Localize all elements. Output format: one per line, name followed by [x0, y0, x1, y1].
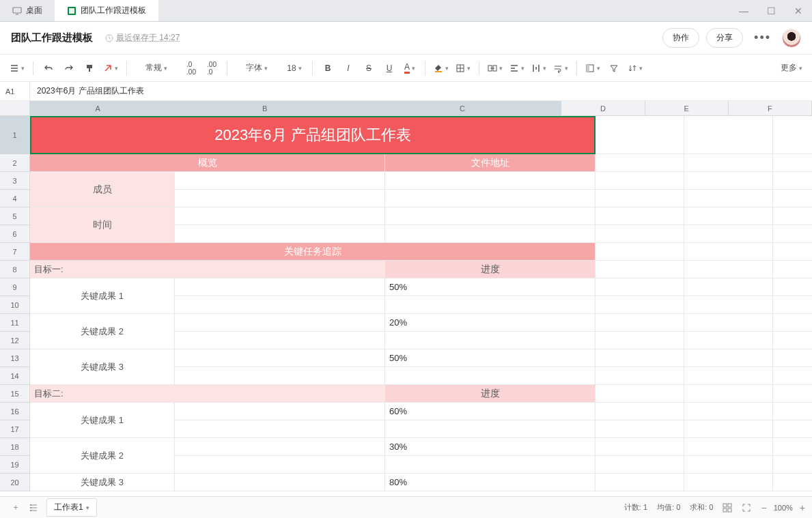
cell[interactable]: [175, 225, 385, 243]
row-header-16[interactable]: 16: [0, 403, 30, 420]
cell[interactable]: [175, 207, 385, 225]
row-header-8[interactable]: 8: [0, 261, 30, 278]
cell[interactable]: [175, 332, 385, 349]
cell[interactable]: [385, 207, 596, 225]
cell[interactable]: [596, 367, 684, 385]
row-header-3[interactable]: 3: [0, 172, 30, 190]
row-header-2[interactable]: 2: [0, 154, 30, 172]
row-header-11[interactable]: 11: [0, 314, 30, 332]
cell[interactable]: [596, 403, 684, 420]
cell[interactable]: [385, 172, 596, 190]
cell[interactable]: [596, 420, 684, 438]
italic-button[interactable]: I: [339, 59, 358, 78]
row-header-9[interactable]: 9: [0, 278, 30, 296]
cell[interactable]: 文件地址: [385, 154, 596, 172]
strikethrough-button[interactable]: S: [359, 59, 378, 78]
cell[interactable]: [684, 154, 773, 172]
merge-cells-button[interactable]: [485, 59, 505, 78]
cell[interactable]: [684, 278, 773, 296]
cell[interactable]: [175, 367, 385, 385]
cell[interactable]: [684, 314, 773, 332]
cell[interactable]: [684, 438, 773, 456]
cell[interactable]: [385, 296, 596, 314]
cell[interactable]: [596, 154, 684, 172]
cell[interactable]: [684, 243, 773, 261]
cell[interactable]: [684, 261, 773, 278]
cell[interactable]: 30%: [385, 438, 596, 456]
row-header-10[interactable]: 10: [0, 296, 30, 314]
cell[interactable]: [773, 403, 812, 420]
cell[interactable]: [773, 456, 812, 474]
save-status[interactable]: 最近保存于 14:27: [105, 32, 180, 44]
cell[interactable]: [773, 116, 812, 154]
cell[interactable]: [773, 154, 812, 172]
cell[interactable]: [596, 456, 684, 474]
cell[interactable]: 2023年6月 产品组团队工作表: [30, 116, 596, 154]
cell[interactable]: [596, 190, 684, 207]
row-header-6[interactable]: 6: [0, 225, 30, 243]
column-header-E[interactable]: E: [645, 101, 729, 116]
cell[interactable]: [684, 116, 773, 154]
cell[interactable]: 60%: [385, 403, 596, 420]
freeze-button[interactable]: [583, 59, 603, 78]
column-header-F[interactable]: F: [729, 101, 812, 116]
cell[interactable]: 关键成果 2: [30, 438, 175, 474]
zoom-out-button[interactable]: −: [761, 502, 766, 513]
cell[interactable]: 目标一:: [30, 261, 385, 278]
format-painter-button[interactable]: [80, 59, 99, 78]
fill-color-button[interactable]: [431, 59, 451, 78]
cell[interactable]: [684, 332, 773, 349]
cell[interactable]: 概览: [30, 154, 385, 172]
cell[interactable]: [596, 296, 684, 314]
column-header-C[interactable]: C: [364, 101, 562, 116]
row-header-19[interactable]: 19: [0, 456, 30, 474]
cell[interactable]: [773, 278, 812, 296]
border-button[interactable]: [453, 59, 473, 78]
cell[interactable]: [773, 172, 812, 190]
cell[interactable]: [684, 474, 773, 491]
cell[interactable]: [175, 403, 385, 420]
cell[interactable]: [175, 438, 385, 456]
cell[interactable]: [596, 172, 684, 190]
cell[interactable]: 成员: [30, 172, 175, 207]
cell[interactable]: [773, 474, 812, 491]
row-header-20[interactable]: 20: [0, 474, 30, 491]
cell[interactable]: [684, 172, 773, 190]
more-tools-dropdown[interactable]: 更多: [778, 59, 805, 78]
cell[interactable]: [773, 385, 812, 403]
cell[interactable]: [773, 332, 812, 349]
cell[interactable]: [175, 420, 385, 438]
cell[interactable]: 50%: [385, 278, 596, 296]
cell[interactable]: [385, 367, 596, 385]
cell[interactable]: [773, 296, 812, 314]
row-header-7[interactable]: 7: [0, 243, 30, 261]
cell[interactable]: [684, 190, 773, 207]
view-grid-icon[interactable]: [723, 503, 732, 513]
sheet-list-button[interactable]: [25, 499, 42, 517]
zoom-in-button[interactable]: +: [800, 502, 805, 513]
cell[interactable]: [773, 207, 812, 225]
cell[interactable]: [175, 296, 385, 314]
cell[interactable]: 进度: [385, 261, 596, 278]
cell[interactable]: [684, 367, 773, 385]
cell[interactable]: 20%: [385, 314, 596, 332]
cell[interactable]: [596, 243, 684, 261]
select-all-corner[interactable]: [0, 101, 30, 116]
underline-button[interactable]: U: [380, 59, 399, 78]
increase-decimal-button[interactable]: .00.0: [202, 59, 221, 78]
cell[interactable]: [385, 332, 596, 349]
cell[interactable]: [175, 349, 385, 367]
cell[interactable]: [684, 456, 773, 474]
cell[interactable]: 80%: [385, 474, 596, 491]
tab-document[interactable]: 团队工作跟进模板: [55, 0, 158, 21]
tab-desktop[interactable]: 桌面: [0, 0, 55, 21]
cell[interactable]: 关键成果 2: [30, 314, 175, 349]
sort-button[interactable]: [625, 59, 645, 78]
row-header-18[interactable]: 18: [0, 438, 30, 456]
sheet-tab-1[interactable]: 工作表1▾: [46, 498, 97, 517]
formula-input[interactable]: 2023年6月 产品组团队工作表: [30, 85, 151, 97]
number-format-dropdown[interactable]: 常规: [132, 59, 180, 78]
text-color-button[interactable]: A: [400, 59, 419, 78]
v-align-button[interactable]: [529, 59, 549, 78]
close-button[interactable]: ✕: [785, 0, 812, 22]
